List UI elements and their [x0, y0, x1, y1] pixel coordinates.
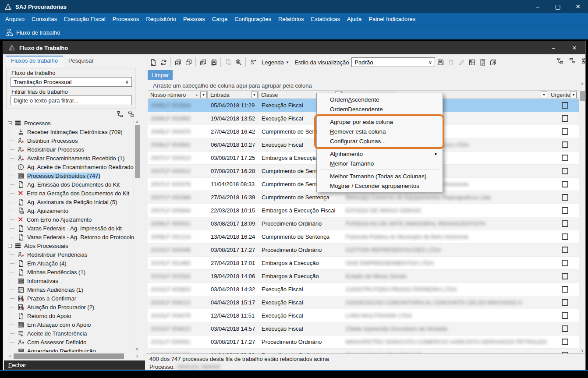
urgente-checkbox[interactable] [562, 207, 568, 214]
tree-item[interactable]: Aguardando Redistribuição [7, 346, 134, 352]
urgente-checkbox[interactable] [562, 273, 568, 279]
context-menu-item-ordem-ascendente[interactable]: Ordem Ascendente [317, 95, 443, 104]
tree-item[interactable]: Redistribuir Processos [7, 145, 134, 154]
scroll-right-icon[interactable]: › [134, 353, 141, 359]
menu-item-processos[interactable]: Processos [109, 16, 143, 22]
tree-item[interactable]: Atuação do Procurador (2) [7, 303, 134, 311]
legend-button[interactable]: Legenda [262, 59, 284, 66]
tree-item[interactable]: Ag. Ajuizamento [7, 206, 134, 215]
tree-item[interactable]: Em Atuação (4) [7, 259, 134, 268]
column-header-entrada[interactable]: Entrada▼ [208, 91, 259, 99]
urgente-checkbox[interactable] [562, 339, 568, 345]
close-button[interactable]: ✕ [568, 0, 588, 13]
tree-item[interactable]: Retorno do Apoio [7, 311, 134, 320]
urgente-checkbox[interactable] [562, 102, 568, 109]
scroll-down-icon[interactable]: ∨ [134, 346, 140, 352]
excel-export-icon[interactable] [467, 57, 477, 68]
menu-item-carga[interactable]: Carga [209, 16, 231, 22]
tree-item[interactable]: Processos Distribuídos (747) [7, 171, 134, 180]
menu-item-estat-sticas[interactable]: Estatísticas [308, 16, 344, 22]
group-by-bar[interactable]: Arraste um cabeçalho de coluna aqui para… [148, 81, 580, 91]
urgente-checkbox[interactable] [562, 312, 568, 319]
scroll-left-icon[interactable]: ‹ [7, 353, 14, 359]
grid-vertical-scrollbar[interactable]: ∧ ∨ [579, 81, 585, 353]
clear-button[interactable]: Limpar [148, 70, 173, 80]
menu-item-consultas[interactable]: Consultas [28, 16, 60, 22]
filter-icon[interactable]: ▼ [541, 92, 547, 98]
context-menu-item-melhor-tamanho-todas-as-colunas-[interactable]: Melhor Tamanho (Todas as Colunas) [317, 171, 443, 181]
save-icon[interactable] [435, 57, 446, 68]
collapse-box-icon[interactable] [8, 121, 12, 125]
grid-scrollbar-thumb[interactable] [580, 91, 585, 101]
tree-scrollbar-thumb[interactable] [135, 125, 140, 178]
context-menu-item-alinhamento[interactable]: Alinhamento► [317, 149, 443, 159]
send-window-icon[interactable] [488, 57, 498, 68]
tree-item[interactable]: Com Erro no Ajuizamento [7, 215, 134, 224]
collapse-box-icon[interactable] [8, 244, 12, 248]
tree-item[interactable]: Com Assessor Definido [7, 338, 134, 346]
context-menu-item-configurar-colunas-[interactable]: Configurar Colunas... [317, 136, 443, 146]
style-select[interactable]: Padrão∨ [351, 57, 435, 67]
flow-select[interactable]: Tramitação Processual ∨ [11, 77, 132, 87]
context-menu-item-agrupar-por-esta-coluna[interactable]: Agrupar por esta coluna [317, 117, 443, 127]
save-multiple-icon[interactable] [208, 57, 219, 68]
tree-item[interactable]: Avaliar Encaminhamento Recebido (1) [7, 154, 134, 163]
process-row[interactable]: 2011LF 00009103/08/2017 17:27Procediment… [148, 336, 580, 349]
menu-item-requisit-rio[interactable]: Requisitório [142, 16, 180, 22]
tree-item[interactable]: Distribuir Processos [7, 136, 134, 145]
process-row[interactable]: 2008LF 00002103/08/2017 18:09Procediment… [148, 217, 580, 230]
process-row[interactable]: 2008LF 00121413/04/2018 16:24Cumprimento… [148, 230, 580, 244]
tree-collapse-icon[interactable] [128, 110, 136, 118]
scroll-up-icon[interactable]: ∧ [134, 119, 140, 125]
tree-item[interactable]: Ag. Assinatura da Petição Inicial (5) [7, 198, 134, 206]
workflow-minimize-button[interactable]: – [543, 41, 563, 54]
tree-item[interactable]: Varas Federais - Ag. Retorno do Protocol… [7, 233, 134, 241]
tree-group-atos-processuais[interactable]: Atos Processuais [7, 241, 134, 250]
context-menu-item-melhor-tamanho[interactable]: Melhor Tamanho [317, 159, 443, 168]
urgente-checkbox[interactable] [562, 194, 568, 201]
menu-item-configura-es[interactable]: Configurações [231, 16, 275, 22]
filter-icon[interactable]: ▼ [200, 92, 207, 98]
menu-item-pessoas[interactable]: Pessoas [180, 16, 209, 22]
legend-person-icon[interactable] [248, 57, 258, 68]
urgente-checkbox[interactable] [562, 299, 568, 306]
process-row[interactable]: 2010LF 00407512/04/2018 11:51Execução Fi… [148, 309, 580, 322]
tree-item[interactable]: Ag. Emissão dos Documentos do Kit [7, 180, 134, 189]
urgente-checkbox[interactable] [562, 233, 568, 240]
process-row[interactable]: 2011LF 00019011/04/2018 09:23Procediment… [148, 349, 580, 353]
refresh-icon[interactable] [158, 57, 169, 68]
tree-item[interactable]: Prazos a Confirmar [7, 294, 134, 303]
urgente-checkbox[interactable] [562, 115, 568, 122]
tree-hscrollbar-thumb[interactable] [14, 353, 124, 359]
menu-item-arquivo[interactable]: Arquivo [2, 16, 28, 22]
tree-item[interactable]: Minhas Pendências (1) [7, 268, 134, 276]
tree-horizontal-scrollbar[interactable]: ‹ › [7, 353, 141, 360]
urgente-checkbox[interactable] [562, 141, 568, 148]
tree-item[interactable]: Receber Intimações Eletrônicas (709) [7, 127, 134, 136]
menu-item-relat-rios[interactable]: Relatórios [275, 16, 308, 22]
process-row[interactable]: 2007LF 00084422/03/2018 10:15Embargos à … [148, 204, 580, 217]
filter-icon[interactable]: ▼ [570, 92, 577, 98]
tree-collapse-icon[interactable] [569, 57, 577, 66]
urgente-checkbox[interactable] [562, 155, 568, 161]
urgente-checkbox[interactable] [562, 181, 568, 187]
copy-icon[interactable] [183, 57, 194, 68]
menu-item-ajuda[interactable]: Ajuda [344, 16, 365, 22]
filter-icon[interactable]: ▼ [251, 92, 258, 98]
workflow-close-button[interactable]: ✕ [564, 41, 584, 54]
scroll-down-icon[interactable]: ∨ [579, 347, 585, 353]
urgente-checkbox[interactable] [562, 247, 568, 253]
process-row[interactable]: 2010LF 00461003/04/2018 14:57Execução Fi… [148, 322, 580, 336]
process-row[interactable]: 2007LF 00038827/04/2018 16:39Cumprimento… [148, 191, 580, 204]
menu-item-painel-indicadores[interactable]: Painel Indicadores [365, 16, 419, 22]
urgente-checkbox[interactable] [562, 168, 568, 174]
filter-input[interactable] [11, 95, 132, 105]
urgente-checkbox[interactable] [562, 260, 568, 266]
column-header-urgente[interactable]: Urgente▼ [548, 91, 577, 99]
minimize-button[interactable]: – [528, 0, 548, 13]
tab-fluxos-de-trabalho[interactable]: Fluxos de trabalho [6, 56, 63, 67]
tree-add-icon[interactable] [556, 57, 565, 66]
tree-item[interactable]: Redistribuir Pendências [7, 250, 134, 259]
context-menu-item-ordem-descendente[interactable]: Ordem Descendente [317, 104, 443, 114]
tree-item[interactable]: Ag. Aceite de Encaminhamento Realizado [7, 163, 134, 171]
